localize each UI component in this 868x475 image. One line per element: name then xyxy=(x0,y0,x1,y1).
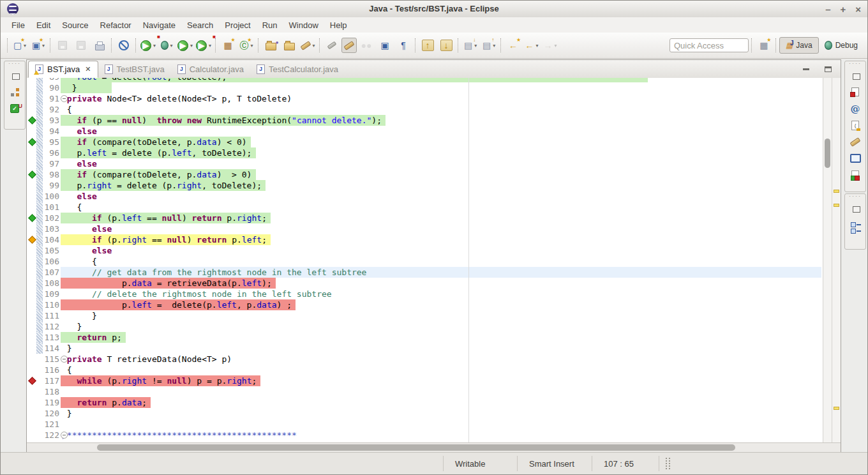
run-history-button[interactable]: ▶■▾ xyxy=(195,38,213,53)
vertical-scrollbar-thumb[interactable] xyxy=(825,139,830,168)
line-number[interactable]: 113 xyxy=(42,332,59,343)
dropdown-arrow-icon[interactable]: ▾ xyxy=(24,43,26,49)
close-button[interactable]: × xyxy=(855,4,861,14)
restore-view-icon[interactable] xyxy=(848,67,863,84)
minimize-view-icon[interactable] xyxy=(803,68,809,70)
menu-navigate[interactable]: Navigate xyxy=(137,19,181,32)
line-number[interactable]: 101 xyxy=(42,202,59,213)
run-button[interactable]: ▶▾ xyxy=(176,38,194,53)
debug-button[interactable]: ▾ xyxy=(158,38,176,53)
line-number[interactable]: 103 xyxy=(42,223,59,234)
restore-view-icon[interactable] xyxy=(7,67,22,84)
line-number[interactable]: 98 xyxy=(42,169,59,180)
status-drag-handle[interactable] xyxy=(666,458,670,469)
overview-ruler[interactable] xyxy=(832,78,841,442)
editor-tab-bst-java[interactable]: JBST.java✕ xyxy=(28,61,98,78)
dropdown-arrow-icon[interactable]: ▾ xyxy=(42,43,45,49)
line-number[interactable]: 99 xyxy=(42,180,59,191)
line-number[interactable]: 96 xyxy=(42,147,59,158)
open-task-button[interactable]: ● xyxy=(262,38,280,53)
line-number[interactable]: 120 xyxy=(42,408,59,419)
annotate-button[interactable]: ▾ xyxy=(299,38,317,53)
line-number[interactable]: 94 xyxy=(42,126,59,137)
line-number[interactable]: 111 xyxy=(42,310,59,321)
line-number[interactable]: 110 xyxy=(42,299,59,310)
restore-view-icon[interactable] xyxy=(848,200,863,216)
line-number[interactable]: 109 xyxy=(42,289,59,299)
link-with-editor-button[interactable] xyxy=(323,38,341,53)
line-number[interactable]: 108 xyxy=(42,278,59,289)
print-button[interactable] xyxy=(91,38,108,53)
line-number[interactable]: 118 xyxy=(42,386,59,397)
back-button[interactable]: ←▾ xyxy=(523,38,541,53)
fold-collapse-icon[interactable] xyxy=(61,356,68,363)
vertical-scrollbar[interactable] xyxy=(823,78,832,442)
new-java-project-button[interactable]: ▦★ xyxy=(219,38,237,53)
minimize-button[interactable]: – xyxy=(825,4,830,14)
menu-run[interactable]: Run xyxy=(257,19,283,32)
show-whitespace-button[interactable]: ¶ xyxy=(394,38,412,53)
next-annotation-button[interactable]: ▤↓▾ xyxy=(461,38,479,53)
line-number[interactable]: 119 xyxy=(42,397,59,408)
editor-tab-testcalculator-java[interactable]: JTestCalculator.java xyxy=(250,61,345,78)
line-number[interactable]: 114 xyxy=(42,343,59,354)
warning-marker-icon[interactable] xyxy=(834,190,839,193)
stack-drag-handle[interactable]: ···· xyxy=(849,194,862,200)
declaration-icon[interactable]: { xyxy=(848,117,863,133)
line-number[interactable]: 90 xyxy=(42,82,59,93)
tab-close-icon[interactable]: ✕ xyxy=(85,65,91,73)
line-number[interactable]: 104 xyxy=(42,234,59,245)
maximize-view-icon[interactable] xyxy=(825,66,832,72)
previous-annotation-button[interactable]: ▤↑▾ xyxy=(480,38,498,53)
open-perspective-button[interactable]: ▦★ xyxy=(755,38,773,53)
line-number[interactable]: 93 xyxy=(42,115,59,126)
outline-icon[interactable] xyxy=(848,216,863,233)
new-java-element-button[interactable]: ▣★▾ xyxy=(29,38,47,53)
menu-source[interactable]: Source xyxy=(56,19,94,32)
javadoc-icon[interactable]: @ xyxy=(848,100,863,117)
dropdown-arrow-icon[interactable]: ▾ xyxy=(153,43,156,49)
new-class-button[interactable]: Ⓒ★▾ xyxy=(237,38,255,53)
line-number[interactable]: 89 xyxy=(42,78,59,82)
menu-project[interactable]: Project xyxy=(219,19,256,32)
line-number[interactable]: 92 xyxy=(42,104,59,115)
line-number[interactable]: 91 xyxy=(42,93,59,104)
task-list-icon[interactable] xyxy=(848,84,863,100)
line-number[interactable]: 121 xyxy=(42,419,59,430)
stack-drag-handle[interactable]: ···· xyxy=(8,61,21,67)
fold-collapse-icon[interactable] xyxy=(61,95,68,102)
menu-window[interactable]: Window xyxy=(283,19,324,32)
expand-up-button[interactable]: ↑ xyxy=(419,38,437,53)
dropdown-arrow-icon[interactable]: ▾ xyxy=(555,43,557,49)
warning-marker-icon[interactable] xyxy=(834,407,839,410)
line-number[interactable]: 105 xyxy=(42,245,59,256)
dropdown-arrow-icon[interactable]: ▾ xyxy=(536,43,539,49)
show-source-button[interactable]: ▣ xyxy=(376,38,394,53)
editor-tab-testbst-java[interactable]: JTestBST.java xyxy=(98,61,171,78)
dropdown-arrow-icon[interactable]: ▾ xyxy=(251,43,253,49)
last-edit-location-button[interactable]: ←★ xyxy=(504,38,522,53)
search-icon[interactable] xyxy=(848,133,863,150)
open-resource-button[interactable] xyxy=(280,38,298,53)
line-number[interactable]: 95 xyxy=(42,137,59,147)
line-number[interactable]: 117 xyxy=(42,375,59,386)
maximize-button[interactable]: + xyxy=(840,4,846,14)
coverage-button[interactable]: ▶■▾ xyxy=(139,38,157,53)
package-explorer-icon[interactable] xyxy=(7,84,22,100)
line-number[interactable]: 97 xyxy=(42,158,59,169)
quick-access-input[interactable] xyxy=(670,38,749,52)
skip-breakpoints-button[interactable] xyxy=(115,38,133,53)
warning-marker-icon[interactable] xyxy=(834,204,839,207)
line-number[interactable]: 106 xyxy=(42,256,59,267)
horizontal-scrollbar-thumb[interactable] xyxy=(97,444,735,451)
line-number[interactable]: 100 xyxy=(42,191,59,202)
toggle-highlight-button[interactable] xyxy=(341,38,357,53)
line-number[interactable]: 107 xyxy=(42,267,59,278)
collapse-down-button[interactable]: ↓ xyxy=(437,38,455,53)
line-number[interactable]: 112 xyxy=(42,321,59,332)
dropdown-arrow-icon[interactable]: ▾ xyxy=(170,43,173,49)
java-perspective-button[interactable]: ▦JJava xyxy=(779,37,819,54)
stack-drag-handle[interactable]: ···· xyxy=(849,61,862,67)
menu-edit[interactable]: Edit xyxy=(31,19,56,32)
dropdown-arrow-icon[interactable]: ▾ xyxy=(474,43,477,49)
